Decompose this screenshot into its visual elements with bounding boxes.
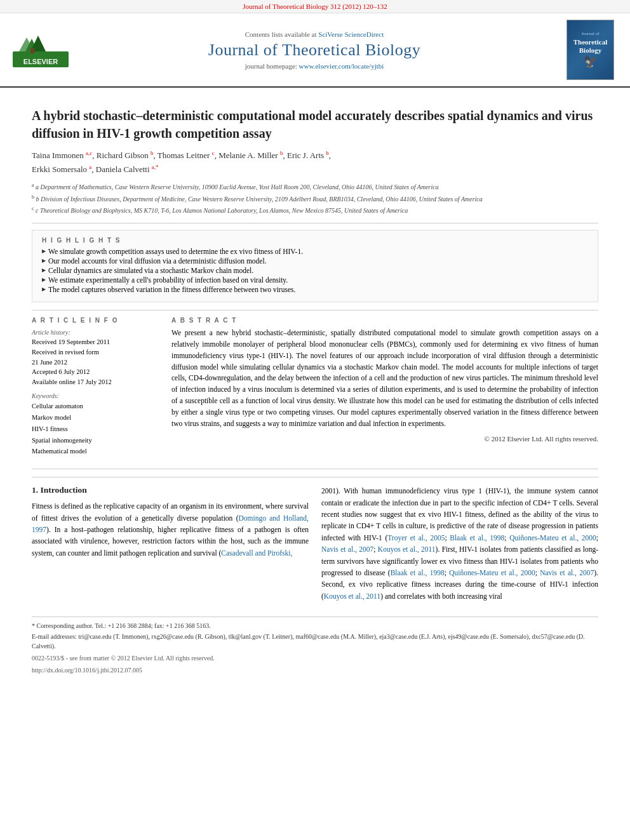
intro-body-left: Fitness is defined as the replicative ca… — [32, 500, 309, 559]
issn-line: 0022-5193/$ - see front matter © 2012 El… — [32, 653, 598, 663]
article-info-label: A R T I C L E I N F O — [32, 317, 159, 324]
ref-navis2007b[interactable]: Navis et al., 2007 — [540, 569, 594, 577]
affiliations-section: a a Department of Mathematics, Case West… — [32, 182, 598, 223]
ref-quinones2000b[interactable]: Quiñones-Mateu et al., 2000 — [449, 569, 535, 577]
cover-title-text: TheoreticalBiology — [573, 38, 608, 55]
svg-rect-5 — [30, 48, 34, 53]
keywords-list: Cellular automaton Markov model HIV-1 fi… — [32, 401, 159, 457]
ref-kouyos2011b[interactable]: Kouyos et al., 2011 — [324, 592, 380, 600]
journal-citation-bar: Journal of Theoretical Biology 312 (2012… — [0, 0, 630, 13]
ref-blaak1998b[interactable]: Blaak et al., 1998 — [391, 569, 445, 577]
elsevier-logo: ELSEVIER — [13, 32, 69, 67]
sciverse-line: Contents lists available at SciVerse Sci… — [69, 30, 560, 38]
authors-text: Taina Immonen a,c, Richard Gibson b, Tho… — [32, 150, 331, 174]
highlights-item-5: The model captures observed variation in… — [42, 286, 588, 293]
journal-cover: Journal of TheoreticalBiology 🦅 — [566, 20, 617, 80]
journal-header: ELSEVIER Contents lists available at Sci… — [0, 13, 630, 88]
abstract-text: We present a new hybrid stochastic–deter… — [171, 328, 598, 429]
article-history: Article history: Received 19 September 2… — [32, 329, 159, 387]
ref-domingo-holland[interactable]: Domingo and Holland, 1997 — [32, 514, 309, 533]
highlights-item-1: We simulate growth competition assays us… — [42, 248, 588, 255]
journal-title-section: Contents lists available at SciVerse Sci… — [69, 30, 560, 70]
affiliation-a: a a Department of Mathematics, Case West… — [32, 182, 598, 192]
ref-quinones2000[interactable]: Quiñones-Mateu et al., 2000 — [509, 534, 596, 542]
ref-kouyos2011[interactable]: Kouyos et al., 2011 — [378, 545, 436, 553]
authors-line: Taina Immonen a,c, Richard Gibson b, Tho… — [32, 149, 598, 177]
highlights-section: H I G H L I G H T S We simulate growth c… — [32, 230, 598, 302]
cover-bird-icon: 🦅 — [584, 55, 598, 69]
email-footnote: E-mail addresses: tri@case.edu (T. Immon… — [32, 632, 598, 651]
sciverse-link[interactable]: SciVerse ScienceDirect — [318, 30, 384, 38]
ref-troyer[interactable]: Troyer et al., 2005 — [387, 534, 445, 542]
highlights-item-3: Cellular dynamics are simulated via a st… — [42, 267, 588, 274]
ref-casadevall[interactable]: Casadevall and Pirofski, — [221, 549, 292, 557]
journal-main-title: Journal of Theoretical Biology — [69, 41, 560, 60]
article-info-col: A R T I C L E I N F O Article history: R… — [32, 317, 159, 462]
journal-homepage: journal homepage: www.elsevier.com/locat… — [69, 62, 560, 70]
affiliation-c: c c Theoretical Biology and Biophysics, … — [32, 205, 598, 215]
keywords-section: Keywords: Cellular automaton Markov mode… — [32, 392, 159, 457]
article-info-abstract-section: A R T I C L E I N F O Article history: R… — [32, 310, 598, 469]
abstract-col: A B S T R A C T We present a new hybrid … — [171, 317, 598, 462]
ref-blaak1998[interactable]: Blaak et al., 1998 — [450, 534, 504, 542]
corresponding-footnote: * Corresponding author. Tel.: +1 216 368… — [32, 621, 598, 630]
highlights-item-2: Our model accounts for viral diffusion v… — [42, 257, 588, 265]
main-content: A hybrid stochastic–deterministic comput… — [0, 88, 630, 686]
introduction-section: 1. Introduction Fitness is defined as th… — [32, 485, 598, 607]
footnote-section: * Corresponding author. Tel.: +1 216 368… — [32, 617, 598, 675]
abstract-label: A B S T R A C T — [171, 317, 598, 324]
article-title: A hybrid stochastic–deterministic comput… — [32, 107, 598, 142]
ref-navis2007[interactable]: Navis et al., 2007 — [321, 545, 373, 553]
homepage-link[interactable]: www.elsevier.com/locate/yjtbi — [299, 62, 384, 70]
body-right-col: 2001). With human immunodeficiency virus… — [321, 485, 598, 607]
intro-body-right: 2001). With human immunodeficiency virus… — [321, 485, 598, 602]
journal-citation-text: Journal of Theoretical Biology 312 (2012… — [243, 3, 387, 10]
section-divider — [32, 477, 598, 477]
affiliation-b: b b Division of Infectious Diseases, Dep… — [32, 194, 598, 204]
highlights-label: H I G H L I G H T S — [42, 237, 588, 244]
svg-text:ELSEVIER: ELSEVIER — [23, 58, 58, 65]
copyright-line: © 2012 Elsevier Ltd. All rights reserved… — [171, 435, 598, 443]
intro-heading: 1. Introduction — [32, 485, 309, 495]
cover-top-text: Journal of — [581, 31, 599, 36]
body-left-col: 1. Introduction Fitness is defined as th… — [32, 485, 309, 607]
highlights-item-4: We estimate experimentally a cell's prob… — [42, 276, 588, 284]
doi-line: http://dx.doi.org/10.1016/j.jtbi.2012.07… — [32, 665, 598, 675]
